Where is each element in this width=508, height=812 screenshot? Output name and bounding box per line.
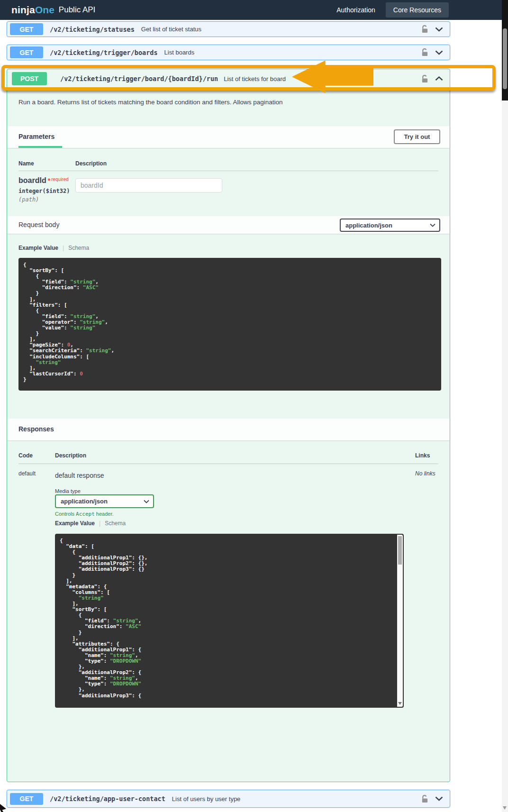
row-icons: [421, 74, 443, 83]
endpoint-row-app-user-contact[interactable]: GET /v2/ticketing/app-user-contact List …: [7, 790, 450, 808]
response-media-type-value: application/json: [61, 498, 108, 505]
param-name-header: Name: [18, 160, 34, 167]
responses-title: Responses: [18, 425, 54, 433]
endpoint-path: /v2/ticketing/statuses: [50, 26, 135, 33]
code-block-scrollbar[interactable]: [397, 535, 403, 707]
endpoint-path: /v2/ticketing/trigger/boards: [50, 49, 158, 56]
logo-text-public-api: Public API: [59, 5, 96, 15]
operation-description: Run a board. Returns list of tickets mat…: [18, 99, 283, 106]
scroll-down-arrow-icon[interactable]: [398, 702, 402, 705]
response-media-type-select[interactable]: application/json: [55, 494, 154, 508]
row-icons: [421, 794, 443, 803]
param-type: integer($int32): [18, 188, 70, 194]
endpoint-panel-run-board: POST /v2/ticketing/trigger/board/{boardI…: [7, 69, 450, 782]
endpoint-row-run-board[interactable]: POST /v2/ticketing/trigger/board/{boardI…: [8, 70, 449, 87]
endpoint-summary: List of users by user type: [172, 795, 241, 803]
request-example-tabs: Example Value | Schema: [18, 245, 89, 251]
lock-open-icon[interactable]: [421, 794, 428, 803]
parameters-active-tab-bar: [18, 146, 62, 148]
request-example-json: { "sortBy": [ { "field": "string", "dire…: [18, 258, 441, 387]
logo-text-ninja: ninja: [11, 4, 35, 16]
code-scrollbar-thumb[interactable]: [398, 536, 402, 565]
param-name-text: boardId: [18, 176, 46, 184]
tab-schema[interactable]: Schema: [105, 520, 126, 527]
param-location: (path): [18, 196, 39, 203]
request-body-section-header: Request body application/json: [7, 216, 450, 234]
lock-open-icon[interactable]: [421, 25, 428, 34]
page-scrollbar-thumb[interactable]: [503, 28, 507, 89]
required-star: *: [48, 177, 50, 184]
cursor-artifact: [0, 804, 6, 812]
authorization-link[interactable]: Authorization: [336, 6, 375, 14]
lock-open-icon[interactable]: [421, 48, 428, 57]
controls-accept-note: Controls Accept header.: [55, 511, 114, 517]
responses-links-header: Links: [415, 452, 430, 459]
tab-example-value[interactable]: Example Value: [18, 245, 58, 251]
chevron-down-icon[interactable]: [435, 27, 443, 32]
try-it-out-button[interactable]: Try it out: [394, 129, 440, 144]
responses-section-header: Responses: [7, 419, 450, 440]
request-body-media-type-value: application/json: [345, 222, 392, 229]
ninjaone-logo: ninjaOne Public API: [11, 0, 95, 20]
required-label: required: [51, 177, 69, 182]
page-scrollbar[interactable]: [502, 0, 508, 812]
post-method-badge: POST: [12, 72, 47, 85]
response-example-code-block: { "data": [ { "additionalProp1": {}, "ad…: [55, 534, 404, 708]
endpoint-path: /v2/ticketing/trigger/board/{boardId}/ru…: [60, 75, 218, 82]
chevron-down-icon[interactable]: [435, 796, 443, 801]
endpoint-row-statuses[interactable]: GET /v2/ticketing/statuses Get list of t…: [7, 21, 450, 37]
endpoint-summary: List boards: [164, 49, 195, 56]
get-method-badge: GET: [10, 23, 43, 35]
tab-schema[interactable]: Schema: [68, 245, 89, 251]
controls-accept-prefix: Controls: [55, 511, 76, 517]
param-name: boardId*required: [18, 176, 69, 185]
get-method-badge: GET: [10, 793, 43, 805]
endpoint-summary: Get list of ticket status: [141, 26, 201, 33]
endpoint-row-trigger-boards[interactable]: GET /v2/ticketing/trigger/boards List bo…: [7, 45, 450, 60]
param-description-header: Description: [75, 160, 107, 167]
responses-table-divider: [18, 464, 438, 464]
endpoint-summary: List of tickets for board: [224, 75, 286, 82]
tab-example-value[interactable]: Example Value: [55, 520, 95, 527]
lock-open-icon[interactable]: [421, 74, 428, 83]
chevron-down-icon: [430, 223, 435, 227]
controls-accept-code: Accept: [76, 511, 95, 517]
board-id-input[interactable]: [75, 178, 222, 192]
media-type-label: Media type: [55, 488, 81, 494]
scroll-down-arrow-icon[interactable]: [503, 806, 507, 810]
tab-divider: |: [99, 520, 100, 527]
swagger-page: ninjaOne Public API Authorization Core R…: [0, 0, 508, 812]
logo-text-one: One: [35, 4, 54, 16]
response-example-json: { "data": [ { "additionalProp1": {}, "ad…: [55, 534, 404, 703]
endpoint-path: /v2/ticketing/app-user-contact: [50, 795, 165, 803]
request-body-media-type-select[interactable]: application/json: [340, 219, 440, 232]
core-resources-button[interactable]: Core Resources: [386, 2, 449, 18]
response-links-value: No links: [415, 470, 435, 477]
responses-description-header: Description: [55, 452, 86, 459]
request-body-title: Request body: [18, 221, 59, 228]
request-example-code-block: { "sortBy": [ { "field": "string", "dire…: [18, 258, 441, 391]
responses-code-header: Code: [18, 452, 33, 459]
chevron-up-icon[interactable]: [435, 76, 443, 81]
top-nav: Authorization Core Resources: [336, 0, 449, 20]
parameters-section-header: Parameters Try it out: [7, 126, 450, 148]
param-table-divider: [18, 171, 438, 171]
row-icons: [421, 48, 443, 57]
response-description: default response: [55, 472, 104, 479]
controls-accept-suffix: header.: [95, 511, 114, 517]
response-example-tabs: Example Value | Schema: [55, 520, 126, 527]
response-code: default: [18, 470, 36, 477]
chevron-down-icon: [144, 500, 149, 503]
row-icons: [421, 25, 443, 34]
top-bar: ninjaOne Public API Authorization Core R…: [0, 0, 508, 20]
tab-divider: |: [63, 245, 64, 251]
chevron-down-icon[interactable]: [435, 50, 443, 55]
parameters-title: Parameters: [18, 133, 54, 140]
get-method-badge: GET: [10, 46, 43, 58]
